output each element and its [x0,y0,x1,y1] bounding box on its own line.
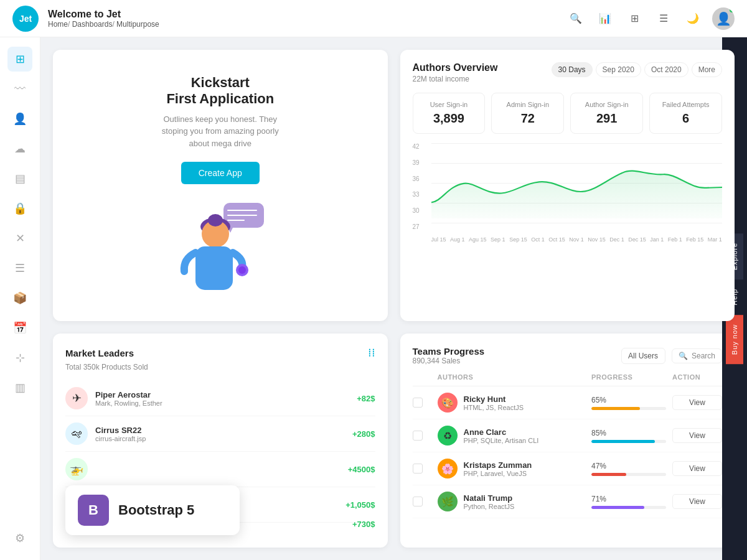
team-author-1: ♻ Anne Clarc PHP, SQLite, Artisan CLI [438,426,586,446]
sidebar-item-lock[interactable]: 🔒 [7,196,32,221]
x-aug1: Aug 1 [450,236,465,243]
teams-search-box[interactable]: 🔍 Search [672,348,722,363]
team-author-info-0: Ricky Hunt HTML, JS, ReactJS [464,394,524,411]
logo: Jet [12,6,39,32]
market-leaders-card: Market Leaders ⁞⁞ Total 350k Products So… [53,334,388,548]
col-progress: PROGRESS [591,373,666,381]
tab-30days[interactable]: 30 Days [552,62,593,77]
sidebar-item-settings[interactable]: ⚙ [7,526,32,551]
sidebar-item-user[interactable]: 👤 [7,106,32,131]
progress-1: 85% [591,429,666,443]
create-app-button[interactable]: Create App [181,162,260,184]
teams-filter: All Users 🔍 Search [621,348,722,364]
chart-svg [431,143,723,218]
authors-title: Authors Overview [413,62,498,73]
y-label-39: 39 [413,159,428,166]
breadcrumb-home[interactable]: Home [48,20,68,29]
stat-author-signin: Author Sign-in 291 [570,93,643,134]
bootstrap-label: Bootstrap 5 [118,502,194,518]
x-aug15: Agu 15 [469,236,487,243]
progress-bar-bg-0 [591,407,666,410]
sidebar-item-bar[interactable]: ▤ [7,166,32,191]
row-checkbox-1[interactable] [413,431,423,441]
team-name-1: Anne Clarc [464,427,539,437]
sidebar-item-list[interactable]: ☰ [7,256,32,281]
stat-user-signin: User Sign-in 3,899 [413,93,486,134]
buy-now-button[interactable]: Buy now [726,315,743,364]
team-author-info-1: Anne Clarc PHP, SQLite, Artisan CLI [464,427,539,444]
breadcrumb-current: Multipurpose [116,20,159,29]
authors-subtitle: 22M total income [413,75,498,83]
avatar[interactable] [712,7,735,30]
table-row: ♻ Anne Clarc PHP, SQLite, Artisan CLI 85… [413,419,723,452]
teams-progress-card: Teams Progress 890,344 Sales All Users 🔍… [400,334,735,548]
sidebar-item-chart[interactable]: 〰 [7,77,32,101]
sidebar-item-widget[interactable]: ▥ [7,375,32,400]
sidebar-item-puzzle[interactable]: ⊹ [7,345,32,370]
sidebar-item-grid[interactable]: ⊞ [7,47,32,72]
teams-table: AUTHORS PROGRESS ACTION 🎨 Ricky Hunt HTM… [413,368,723,518]
users-filter-select[interactable]: All Users [621,348,665,364]
stat-value-1: 72 [499,111,556,126]
kickstart-card: Kickstart First Application Outlines kee… [53,50,388,321]
header: Jet Welcome to Jet Home/ Dashboards/ Mul… [0,0,747,37]
stat-value-3: 6 [657,111,714,126]
progress-bar-fill-3 [591,506,644,509]
authors-title-section: Authors Overview 22M total income [413,62,498,83]
progress-bar-fill-1 [591,440,655,443]
y-label-30: 30 [413,207,428,214]
progress-bar-fill-0 [591,407,640,410]
market-value-0: +82$ [357,394,375,403]
view-button-3[interactable]: View [672,494,722,509]
x-feb1: Feb 1 [668,236,682,243]
menu-icon[interactable]: ☰ [654,9,674,29]
market-icon-0: ✈ [65,387,88,409]
market-leaders-menu[interactable]: ⁞⁞ [368,346,375,360]
row-checkbox-2[interactable] [413,464,423,474]
tab-more[interactable]: More [692,62,722,77]
search-icon[interactable]: 🔍 [566,9,586,29]
view-button-2[interactable]: View [672,461,722,476]
progress-bar-bg-1 [591,440,666,443]
row-checkbox-0[interactable] [413,398,423,408]
stat-label-2: Author Sign-in [578,101,635,108]
view-button-0[interactable]: View [672,395,722,410]
progress-2: 47% [591,462,666,476]
team-author-info-3: Natali Trump Python, ReactJS [464,493,515,510]
market-icon-2: 🚁 [65,458,88,480]
sidebar-item-box[interactable]: 📦 [7,286,32,310]
market-name-0: Piper Aerostar [95,390,357,399]
team-avatar-3: 🌿 [438,492,458,511]
stat-label-0: User Sign-in [421,101,477,108]
grid-view-icon[interactable]: ⊞ [624,9,644,29]
analytics-icon[interactable]: 📊 [595,9,615,29]
view-button-1[interactable]: View [672,428,722,443]
moon-icon[interactable]: 🌙 [683,9,703,29]
x-feb15: Feb 15 [686,236,703,243]
row-checkbox-3[interactable] [413,497,423,506]
market-name-1: Cirrus SR22 [95,426,352,435]
y-label-33: 33 [413,191,428,198]
sidebar-item-cloud[interactable]: ☁ [7,136,32,161]
chart-y-axis: 42 39 36 33 30 27 [413,143,428,230]
sidebar-item-calendar[interactable]: 📅 [7,315,32,340]
team-author-info-2: Kristaps Zumman PHP, Laravel, VueJS [464,460,532,477]
authors-overview-card: Authors Overview 22M total income 30 Day… [400,50,735,321]
search-icon: 🔍 [679,352,688,360]
x-sep1: Sep 1 [491,236,505,243]
y-label-27: 27 [413,223,428,230]
x-oct1: Oct 1 [531,236,545,243]
market-icon-1: 🛩 [65,422,88,445]
tab-sep2020[interactable]: Sep 2020 [596,62,641,77]
progress-3: 71% [591,495,666,509]
table-row: 🌸 Kristaps Zumman PHP, Laravel, VueJS 47… [413,452,723,485]
stat-label-1: Admin Sign-in [499,101,556,108]
tab-oct2020[interactable]: Oct 2020 [644,62,688,77]
kickstart-description: Outlines keep you honest. They stoping y… [152,113,289,150]
sidebar-item-close[interactable]: ✕ [7,226,32,251]
x-jan1: Jan 1 [650,236,664,243]
market-leaders-title: Market Leaders [65,348,134,358]
x-oct15: Oct 15 [548,236,565,243]
breadcrumb-dashboards[interactable]: Dashboards [72,20,113,29]
team-name-3: Natali Trump [464,493,515,503]
